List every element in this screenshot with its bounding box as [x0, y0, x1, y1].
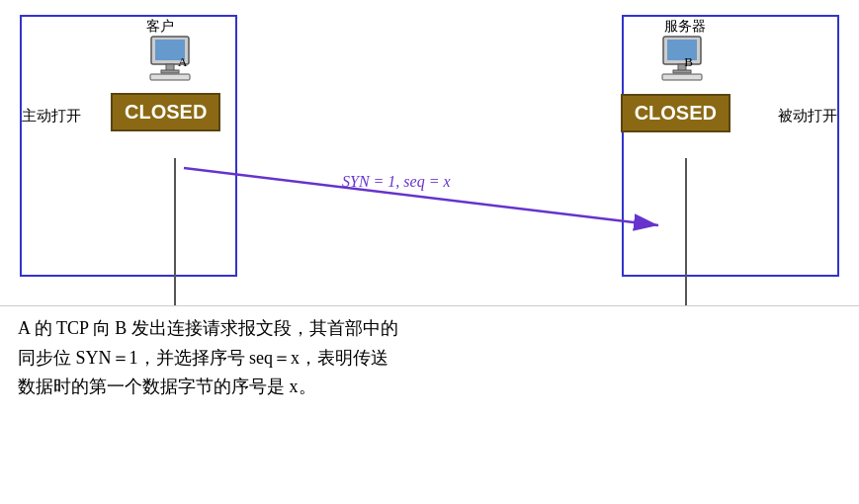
node-b-label: B [684, 54, 693, 70]
client-computer-icon [146, 35, 201, 86]
server-timeline [685, 158, 687, 305]
active-open-label: 主动打开 [22, 107, 81, 126]
svg-rect-8 [673, 70, 691, 73]
desc-line2: 同步位 SYN＝1，并选择序号 seq＝x，表明传送 [18, 344, 841, 374]
server-label: 服务器 [664, 18, 706, 36]
server-closed-badge: CLOSED [621, 94, 730, 132]
passive-open-label: 被动打开 [778, 107, 837, 126]
desc-line3: 数据时的第一个数据字节的序号是 x。 [18, 373, 841, 402]
svg-rect-4 [150, 74, 190, 80]
syn-label: SYN = 1, seq = x [342, 173, 451, 191]
client-label: 客户 [146, 18, 174, 36]
svg-rect-9 [662, 74, 702, 80]
client-box [20, 15, 237, 277]
client-closed-badge: CLOSED [111, 93, 220, 131]
svg-rect-3 [161, 70, 179, 73]
diagram-area: 客户 服务器 A B CLOSED CLOSED 主动打开 [0, 0, 859, 306]
syn-arrow-container: SYN = 1, seq = x [174, 158, 685, 237]
node-a-label: A [178, 54, 187, 70]
server-box [622, 15, 839, 277]
description-area: A 的 TCP 向 B 发出连接请求报文段，其首部中的 同步位 SYN＝1，并选… [18, 314, 841, 402]
desc-line1: A 的 TCP 向 B 发出连接请求报文段，其首部中的 [18, 314, 841, 344]
